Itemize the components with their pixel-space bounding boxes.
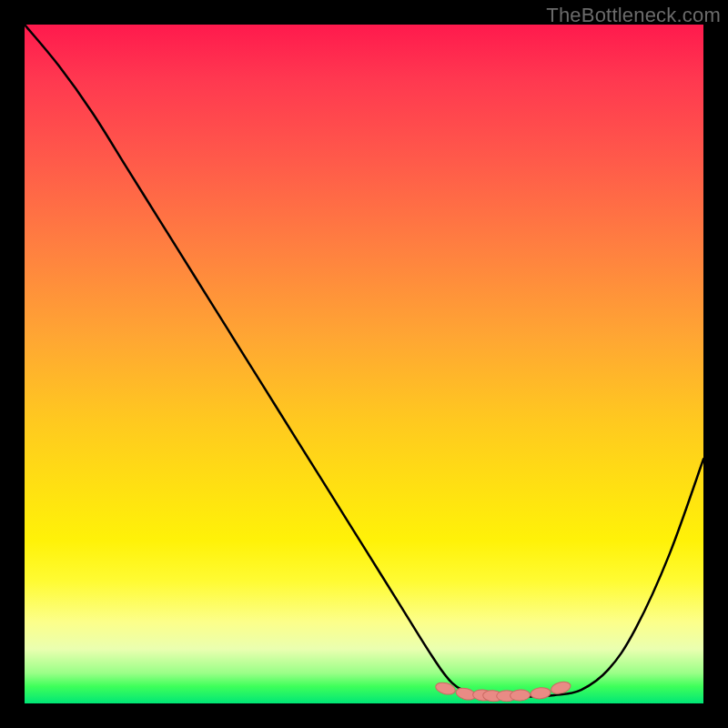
chart-svg — [25, 25, 703, 703]
bottleneck-curve — [25, 25, 703, 697]
marker — [530, 687, 551, 700]
chart-area — [25, 25, 703, 703]
optimal-range-markers — [434, 680, 571, 702]
marker — [510, 689, 531, 701]
